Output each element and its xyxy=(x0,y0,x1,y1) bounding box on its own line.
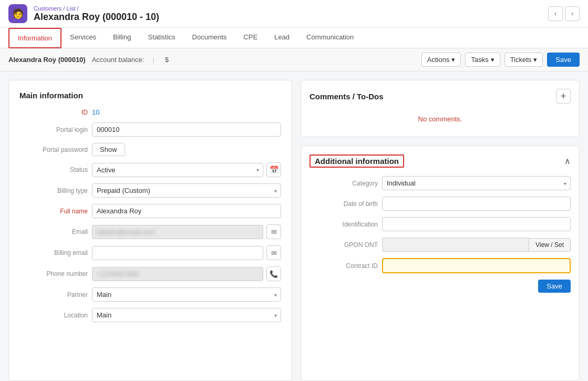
portal-password-label: Portal password xyxy=(19,146,88,153)
status-label: Status xyxy=(19,166,88,173)
comments-panel: Comments / To-Dos + No comments. xyxy=(301,80,580,137)
location-row: Location Main ▾ xyxy=(19,308,281,322)
action-buttons: Actions ▾ Tasks ▾ Tickets ▾ Save xyxy=(421,53,580,67)
status-select[interactable]: Active Inactive xyxy=(92,163,263,177)
tab-statistics[interactable]: Statistics xyxy=(140,28,184,48)
actions-chevron-icon: ▾ xyxy=(451,56,455,64)
tasks-button[interactable]: Tasks ▾ xyxy=(465,53,500,67)
id-row: ID 10 xyxy=(19,108,281,116)
show-password-button[interactable]: Show xyxy=(92,143,125,156)
billing-email-icon-button[interactable]: ✉ xyxy=(266,245,281,260)
comments-title: Comments / To-Dos xyxy=(310,92,384,101)
billing-type-row: Billing type Prepaid (Custom) Postpaid ▾ xyxy=(19,183,281,198)
date-of-birth-input[interactable] xyxy=(382,197,571,211)
category-select[interactable]: Individual Business xyxy=(382,176,571,190)
full-name-value-area xyxy=(92,204,281,218)
tickets-label: Tickets xyxy=(510,56,532,64)
app-header: 🧑 Customers / List / Alexandra Roy (0000… xyxy=(0,0,588,28)
main-information-title: Main information xyxy=(19,91,281,100)
tab-billing[interactable]: Billing xyxy=(105,28,140,48)
right-save-row: Save xyxy=(310,280,571,293)
billing-type-label: Billing type xyxy=(19,187,88,194)
balance-separator: | xyxy=(152,56,154,64)
billing-email-value-area: ✉ xyxy=(92,245,281,260)
identification-label: Identification xyxy=(310,221,378,228)
billing-email-input[interactable] xyxy=(92,246,263,260)
breadcrumb-customers[interactable]: Customers xyxy=(34,5,61,12)
tab-lead[interactable]: Lead xyxy=(266,28,298,48)
billing-email-label: Billing email xyxy=(19,249,88,256)
identification-value-area xyxy=(382,217,571,231)
nav-prev-button[interactable]: ‹ xyxy=(548,6,563,21)
tab-cpe[interactable]: CPE xyxy=(235,28,266,48)
contract-id-input[interactable] xyxy=(383,259,570,272)
phone-number-row: Phone number +1234567890 📞 xyxy=(19,266,281,281)
tasks-label: Tasks xyxy=(471,56,488,64)
tab-services[interactable]: Services xyxy=(61,28,105,48)
partner-label: Partner xyxy=(19,291,88,298)
status-row: Status Active Inactive ▾ 📅 xyxy=(19,162,281,177)
phone-number-value-area: +1234567890 📞 xyxy=(92,266,281,281)
email-input-blurred: hidden@email.com xyxy=(92,225,263,239)
logo-icon: 🧑 xyxy=(12,8,24,19)
gpon-ont-input[interactable] xyxy=(382,238,529,252)
no-comments-text: No comments. xyxy=(310,110,571,128)
gpon-ont-value-area: View / Set xyxy=(382,238,571,252)
tickets-button[interactable]: Tickets ▾ xyxy=(504,53,543,67)
billing-email-icon: ✉ xyxy=(271,249,277,257)
balance-currency: $ xyxy=(165,56,169,64)
full-name-input[interactable] xyxy=(92,204,281,218)
category-row: Category Individual Business ▾ xyxy=(310,176,571,190)
category-label: Category xyxy=(310,180,378,187)
email-label: Email xyxy=(19,228,88,235)
billing-type-select-wrapper: Prepaid (Custom) Postpaid ▾ xyxy=(92,183,281,198)
partner-select[interactable]: Main xyxy=(92,287,281,302)
partner-select-wrapper: Main ▾ xyxy=(92,287,281,302)
action-bar: Alexandra Roy (000010) Account balance: … xyxy=(0,48,588,71)
add-comment-button[interactable]: + xyxy=(556,89,571,104)
portal-login-value-area xyxy=(92,122,281,137)
status-value-area: Active Inactive ▾ 📅 xyxy=(92,162,281,177)
id-label: ID xyxy=(19,109,88,116)
contract-id-row: Contract ID xyxy=(310,258,571,273)
nav-next-button[interactable]: › xyxy=(565,6,580,21)
status-calendar-button[interactable]: 📅 xyxy=(266,162,281,177)
category-select-wrapper: Individual Business ▾ xyxy=(382,176,571,190)
header-title-area: Customers / List / Alexandra Roy (000010… xyxy=(34,5,159,23)
billing-email-row: Billing email ✉ xyxy=(19,245,281,260)
gpon-row-inner: View / Set xyxy=(382,238,571,252)
top-save-button[interactable]: Save xyxy=(547,53,580,67)
main-content: Main information ID 10 Portal login Port… xyxy=(0,71,588,381)
right-panel: Comments / To-Dos + No comments. Additio… xyxy=(301,80,580,381)
collapse-additional-button[interactable]: ∧ xyxy=(564,156,571,166)
id-value-area: 10 xyxy=(92,108,281,116)
billing-type-select[interactable]: Prepaid (Custom) Postpaid xyxy=(92,183,281,198)
email-icon-button[interactable]: ✉ xyxy=(266,224,281,239)
gpon-ont-label: GPON ONT xyxy=(310,241,378,249)
additional-information-panel: Additional information ∧ Category Indivi… xyxy=(301,146,580,381)
breadcrumb-sep2: / xyxy=(77,5,79,12)
additional-save-button[interactable]: Save xyxy=(538,280,571,293)
tab-documents[interactable]: Documents xyxy=(184,28,235,48)
location-select[interactable]: Main xyxy=(92,308,281,322)
actions-label: Actions xyxy=(427,56,450,64)
main-information-panel: Main information ID 10 Portal login Port… xyxy=(8,80,292,381)
portal-login-row: Portal login xyxy=(19,122,281,137)
status-select-wrapper: Active Inactive ▾ xyxy=(92,163,263,177)
portal-login-label: Portal login xyxy=(19,126,88,133)
breadcrumb-list[interactable]: List xyxy=(66,5,75,12)
actions-button[interactable]: Actions ▾ xyxy=(421,53,461,67)
contract-id-wrapper xyxy=(382,258,571,273)
date-of-birth-value-area xyxy=(382,197,571,211)
phone-number-label: Phone number xyxy=(19,270,88,277)
view-set-button[interactable]: View / Set xyxy=(529,238,571,252)
portal-login-input[interactable] xyxy=(92,122,281,137)
phone-icon-button[interactable]: 📞 xyxy=(266,266,281,281)
tickets-chevron-icon: ▾ xyxy=(533,56,537,64)
tab-information[interactable]: Information xyxy=(8,28,61,48)
tab-communication[interactable]: Communication xyxy=(298,28,362,48)
customer-name-label: Alexandra Roy (000010) xyxy=(8,56,86,64)
identification-input[interactable] xyxy=(382,217,571,231)
additional-information-title: Additional information xyxy=(310,155,404,168)
location-label: Location xyxy=(19,312,88,319)
